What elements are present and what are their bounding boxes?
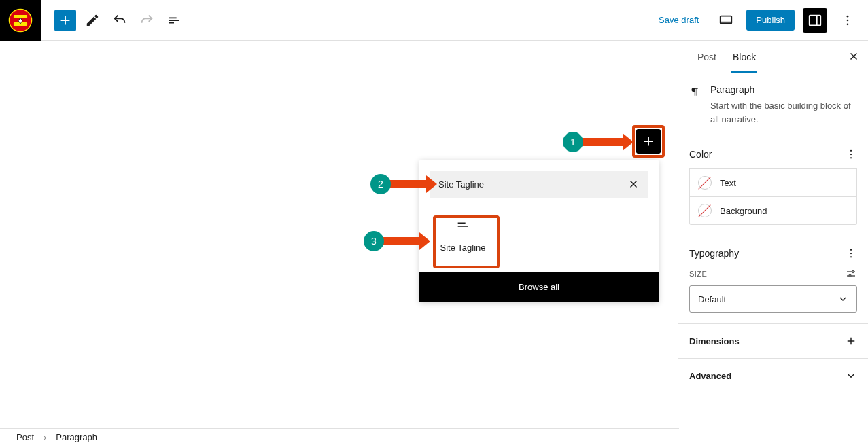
more-vertical-icon[interactable]	[845, 247, 857, 260]
svg-point-7	[847, 23, 849, 25]
undo-button[interactable]	[109, 10, 131, 31]
dimensions-heading: Dimensions	[689, 336, 740, 346]
breadcrumb-paragraph[interactable]: Paragraph	[56, 432, 97, 442]
color-heading: Color	[689, 149, 712, 160]
pencil-icon	[85, 13, 100, 28]
undo-icon	[112, 13, 127, 28]
background-color-button[interactable]: Background	[689, 197, 857, 225]
annotation-2: 2	[370, 174, 428, 194]
block-description-panel: Paragraph Start with the basic building …	[678, 73, 868, 137]
document-overview-button[interactable]	[163, 10, 185, 31]
svg-point-12	[850, 253, 852, 254]
toolbar-left-group	[0, 0, 185, 40]
block-title: Paragraph	[710, 84, 857, 95]
sidebar-icon	[808, 13, 822, 28]
font-size-value: Default	[698, 294, 726, 304]
tab-post[interactable]: Post	[689, 42, 725, 72]
redo-button[interactable]	[136, 10, 158, 31]
toolbar-right-group: Save draft Publish	[652, 8, 860, 33]
sidebar-tabs: Post Block	[678, 41, 868, 73]
block-breadcrumb: Post › Paragraph	[0, 428, 679, 445]
svg-point-13	[850, 256, 852, 257]
tools-toggle[interactable]	[82, 10, 103, 31]
block-description: Start with the basic building block of a…	[710, 99, 857, 126]
color-swatch-empty-icon	[698, 204, 712, 217]
svg-point-8	[850, 150, 852, 152]
settings-panel-toggle[interactable]	[803, 8, 827, 33]
annotation-arrow-icon	[582, 138, 624, 146]
svg-rect-4	[810, 15, 821, 25]
options-menu-button[interactable]	[835, 8, 860, 33]
color-swatch-empty-icon	[698, 176, 712, 190]
text-color-button[interactable]: Text	[689, 168, 857, 197]
sliders-icon[interactable]	[845, 268, 857, 280]
color-panel: Color Text Background	[678, 137, 868, 236]
save-draft-button[interactable]: Save draft	[652, 11, 706, 29]
more-vertical-icon	[841, 14, 854, 27]
typography-heading: Typography	[689, 248, 739, 259]
font-size-select[interactable]: Default	[689, 285, 857, 313]
svg-point-11	[850, 249, 852, 251]
site-logo-button[interactable]	[0, 0, 41, 41]
svg-point-14	[852, 271, 854, 273]
plus-icon	[641, 134, 656, 149]
tab-block[interactable]: Block	[725, 42, 764, 72]
size-label: SIZE	[689, 270, 707, 278]
color-background-label: Background	[720, 206, 767, 216]
block-search-input[interactable]: Site Tagline	[430, 171, 648, 198]
annotation-arrow-icon	[383, 237, 421, 245]
redo-icon	[139, 13, 154, 28]
svg-point-6	[847, 19, 849, 21]
chevron-down-icon	[837, 293, 848, 304]
color-text-label: Text	[720, 178, 736, 188]
close-icon[interactable]	[627, 178, 640, 190]
browse-all-button[interactable]: Browse all	[419, 272, 659, 302]
site-tagline-icon	[455, 218, 470, 233]
block-result-site-tagline[interactable]: Site Tagline	[430, 209, 496, 262]
close-icon	[848, 50, 860, 63]
paragraph-icon	[689, 84, 701, 99]
svg-point-10	[850, 157, 852, 158]
close-sidebar-button[interactable]	[848, 50, 860, 65]
site-crest-icon	[8, 8, 33, 33]
editor-main: Site Tagline Site Tagline Browse all 1 2…	[0, 41, 868, 428]
svg-point-5	[847, 15, 849, 17]
settings-sidebar: Post Block Paragraph Start with the basi…	[678, 41, 868, 428]
add-block-button[interactable]	[636, 129, 661, 154]
block-result-label: Site Tagline	[440, 243, 486, 253]
list-view-icon	[167, 13, 181, 28]
annotation-bubble: 3	[364, 231, 384, 251]
publish-button[interactable]: Publish	[746, 10, 795, 31]
desktop-icon	[718, 13, 733, 28]
annotation-bubble: 2	[370, 174, 391, 194]
plus-icon	[845, 335, 857, 347]
annotation-arrow-icon	[389, 180, 428, 188]
dimensions-panel-toggle[interactable]: Dimensions	[678, 324, 868, 359]
preview-button[interactable]	[714, 8, 738, 33]
advanced-heading: Advanced	[689, 371, 731, 381]
chevron-down-icon	[845, 370, 857, 382]
block-inserter-popover: Site Tagline Site Tagline Browse all	[419, 160, 659, 302]
annotation-bubble: 1	[563, 132, 583, 152]
advanced-panel-toggle[interactable]: Advanced	[678, 359, 868, 393]
breadcrumb-post[interactable]: Post	[16, 432, 34, 442]
breadcrumb-separator-icon: ›	[44, 432, 46, 442]
svg-point-9	[850, 154, 852, 155]
editor-top-toolbar: Save draft Publish	[0, 0, 868, 41]
svg-point-15	[849, 275, 851, 277]
block-inserter-toggle[interactable]	[54, 10, 76, 31]
annotation-3: 3	[364, 231, 421, 251]
annotation-1: 1	[563, 132, 624, 152]
block-search-value: Site Tagline	[438, 179, 484, 190]
plus-icon	[58, 13, 73, 28]
more-vertical-icon[interactable]	[845, 148, 857, 160]
editor-canvas[interactable]: Site Tagline Site Tagline Browse all 1 2…	[0, 41, 678, 428]
typography-panel: Typography SIZE Default	[678, 236, 868, 324]
